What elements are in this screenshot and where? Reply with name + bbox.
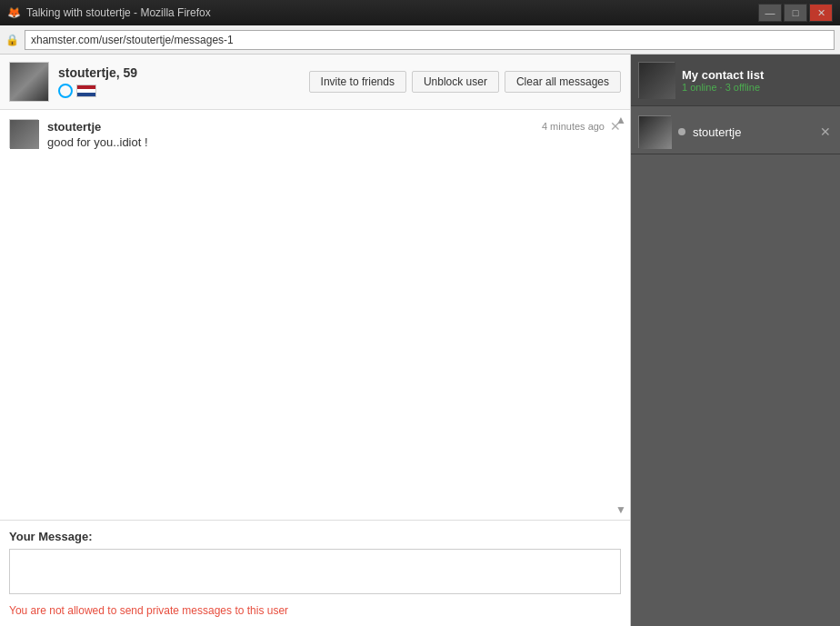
window-title: Talking with stoutertje - Mozilla Firefo… [26, 6, 211, 19]
user-info: stoutertje, 59 [58, 65, 137, 98]
contact-close-icon[interactable]: ✕ [818, 123, 833, 141]
scroll-up-arrow: ▲ [615, 114, 626, 126]
message-time: 4 minutes ago [542, 121, 605, 132]
message-text: good for you..idiot ! [47, 135, 621, 149]
header-buttons: Invite to friends Unblock user Clear all… [309, 71, 621, 93]
unblock-button[interactable]: Unblock user [412, 71, 499, 93]
contacts-list: stoutertje ✕ [631, 106, 840, 626]
sidebar: My contact list 1 online · 3 offline sto… [631, 55, 840, 626]
browser-icon: 🦊 [7, 6, 21, 19]
user-age: 59 [124, 65, 138, 80]
contact-list-title: My contact list [682, 68, 833, 82]
invite-button[interactable]: Invite to friends [309, 71, 406, 93]
contact-avatar [638, 115, 671, 148]
contact-name: stoutertje [693, 125, 811, 139]
message-username: stoutertje [47, 120, 101, 134]
title-bar: 🦊 Talking with stoutertje - Mozilla Fire… [0, 0, 840, 25]
contact-status-dot [678, 128, 685, 135]
clear-messages-button[interactable]: Clear all messages [505, 71, 621, 93]
message-content: stoutertje 4 minutes ago ✕ good for you.… [47, 119, 621, 149]
maximize-button[interactable]: □ [784, 4, 807, 22]
user-avatar [9, 62, 49, 102]
minimize-button[interactable]: — [758, 4, 782, 22]
messages-area[interactable]: ▲ stoutertje 4 minutes ago ✕ good for yo… [0, 110, 630, 521]
user-header: stoutertje, 59 Invite to friends Unblock… [0, 55, 630, 110]
message-row: stoutertje 4 minutes ago ✕ good for you.… [9, 119, 621, 149]
not-allowed-text: You are not allowed to send private mess… [9, 604, 621, 617]
user-flags [58, 84, 137, 98]
contact-list-title-area: My contact list 1 online · 3 offline [682, 68, 833, 93]
message-input-area: Your Message: You are not allowed to sen… [0, 521, 630, 626]
close-button[interactable]: ✕ [809, 4, 833, 22]
contact-list-header: My contact list 1 online · 3 offline [631, 55, 840, 106]
username-age: stoutertje, 59 [58, 65, 137, 80]
contact-list-status: 1 online · 3 offline [682, 82, 833, 93]
contact-item[interactable]: stoutertje ✕ [631, 110, 840, 154]
netherlands-flag [76, 84, 96, 97]
window-controls: — □ ✕ [758, 4, 833, 22]
message-avatar [9, 119, 38, 148]
username: stoutertje [58, 65, 116, 80]
main-layout: stoutertje, 59 Invite to friends Unblock… [0, 55, 840, 626]
message-textarea[interactable] [9, 549, 621, 594]
online-indicator [58, 84, 73, 98]
lock-icon: 🔒 [5, 34, 19, 46]
scroll-down-arrow: ▼ [615, 503, 626, 516]
chat-area: stoutertje, 59 Invite to friends Unblock… [0, 55, 631, 626]
url-input[interactable] [25, 30, 835, 50]
contact-list-header-avatar [638, 62, 675, 98]
address-bar: 🔒 [0, 25, 840, 55]
message-label: Your Message: [9, 530, 621, 543]
message-meta: 4 minutes ago ✕ [542, 119, 621, 134]
